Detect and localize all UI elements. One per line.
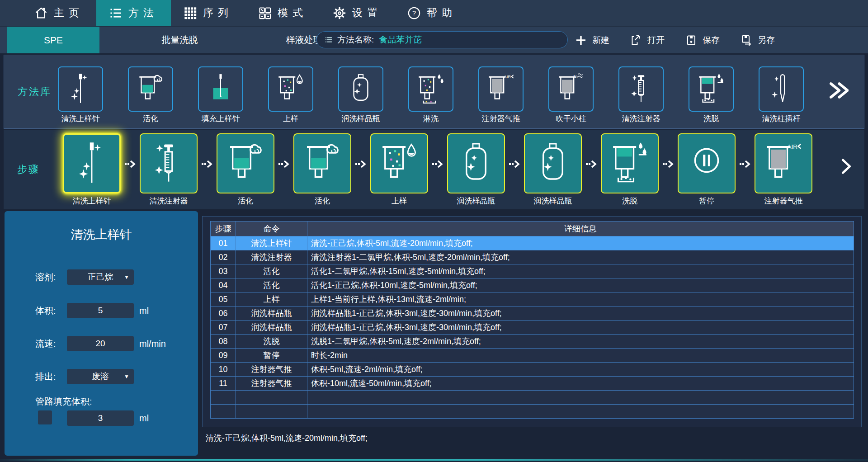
col-header-command: 命令 [236, 222, 307, 236]
library-title: 方法库 [18, 85, 52, 99]
library-card-wash-column-rod[interactable] [759, 66, 804, 112]
save-button[interactable]: 保存 [685, 34, 720, 46]
new-button[interactable]: 新建 [575, 34, 609, 46]
table-row[interactable]: 10注射器气推体积-5ml,流速-2ml/min,填充off; [211, 363, 854, 377]
step-card-rinse-sample-vial[interactable] [524, 133, 582, 193]
command-cell: 润洗样品瓶 [236, 321, 307, 335]
table-row[interactable]: 01清洗上样针清洗-正己烷,体积-5ml,流速-20ml/min,填充off; [211, 236, 854, 250]
detail-cell: 上样1-当前行上样,体积-13ml,流速-2ml/min; [307, 292, 854, 306]
step-item-label: 清洗注射器 [150, 196, 188, 206]
library-card-elute[interactable] [689, 66, 734, 112]
volume-input[interactable] [67, 303, 134, 318]
nav-item-help[interactable]: ?帮助 [395, 0, 469, 26]
steps-more-button[interactable] [841, 158, 852, 175]
open-button[interactable]: 打开 [630, 34, 665, 46]
detail-cell: 润洗样品瓶1-正己烷,体积-3ml,速度-30ml/min,填充off; [307, 321, 854, 335]
step-card-pause[interactable] [678, 133, 736, 193]
table-row[interactable]: 08洗脱洗脱1-二氯甲烷,体积-5ml,速度-2ml/min,填充off; [211, 335, 854, 349]
table-row[interactable]: 05上样上样1-当前行上样,体积-13ml,流速-2ml/min; [211, 292, 854, 306]
library-card-dry-column[interactable]: N₂ [548, 66, 594, 112]
flow-input[interactable] [67, 336, 134, 351]
tab-spe[interactable]: SPE [7, 27, 99, 53]
solvent-select[interactable]: 正己烷 ▼ [67, 269, 134, 285]
steps-panel: 步骤 清洗上样针清洗注射器活化活化上样润洗样品瓶润洗样品瓶洗脱暂停AIR注射器气… [4, 130, 864, 209]
step-card-elute[interactable] [601, 133, 659, 193]
library-card-fill-needle[interactable] [198, 66, 243, 112]
nav-item-settings[interactable]: 设置 [320, 0, 395, 26]
step-item-label: 上样 [392, 196, 407, 206]
step-card-activate[interactable] [217, 133, 274, 193]
step-number-cell: 10 [211, 363, 236, 377]
step-item-label: 清洗上样针 [73, 196, 111, 206]
library-card-load-sample[interactable] [268, 66, 313, 112]
library-item-wash-column-rod: 清洗柱插杆 [759, 66, 804, 124]
table-row[interactable]: 11注射器气推体积-10ml,流速-50ml/min,填充off; [211, 377, 854, 391]
nav-item-mode[interactable]: 模式 [245, 0, 320, 26]
method-toolbar: SPE 批量洗脱样液处理批量浓缩 方法名称: 新建打开保存另存 [0, 26, 868, 53]
tab-batch-elution[interactable]: 批量洗脱 [118, 27, 242, 53]
pipe-fill-input[interactable] [67, 410, 134, 426]
library-card-rinse[interactable] [408, 66, 453, 112]
library-card-activate[interactable] [128, 66, 173, 112]
table-row[interactable]: 03活化活化1-二氯甲烷,体积-15ml,速度-5ml/min,填充off; [211, 264, 854, 278]
library-item-wash-syringe: 清洗注射器 [618, 66, 664, 124]
table-row[interactable]: 09暂停时长-2min [211, 349, 854, 363]
detail-cell: 清洗-正己烷,体积-5ml,流速-20ml/min,填充off; [307, 236, 854, 250]
library-item-elute: 洗脱 [689, 66, 734, 124]
button-label: 另存 [758, 34, 775, 46]
needle-icon [67, 72, 94, 106]
table-row[interactable]: 04活化活化1-正己烷,体积-10ml,速度-5ml/min,填充off; [211, 278, 854, 292]
svg-text:AIR: AIR [788, 143, 798, 150]
step-card-load-sample[interactable] [370, 133, 428, 193]
table-row[interactable]: 02清洗注射器清洗注射器1-二氯甲烷,体积-5ml,速度-20ml/min,填充… [211, 250, 854, 264]
step-item-load-sample: 上样 [370, 133, 428, 206]
library-item-label: 淋洗 [423, 113, 439, 124]
column-rinse-icon [418, 72, 444, 106]
pipe-fill-unit: ml [139, 410, 149, 426]
step-card-activate[interactable] [293, 133, 351, 193]
save-icon [685, 34, 697, 46]
bottom-accent-line [0, 459, 868, 461]
table-row[interactable]: 07润洗样品瓶润洗样品瓶1-正己烷,体积-3ml,速度-30ml/min,填充o… [211, 321, 854, 335]
solvent-row: 溶剂: 正己烷 ▼ [5, 269, 198, 285]
chevron-right-icon [841, 158, 852, 175]
discharge-label: 排出: [35, 369, 56, 384]
volume-label: 体积: [35, 303, 56, 318]
step-card-wash-syringe[interactable] [140, 133, 198, 193]
library-card-wash-syringe[interactable] [618, 66, 664, 112]
library-more-button[interactable] [828, 81, 849, 99]
save-as-button[interactable]: 另存 [741, 34, 775, 46]
step-item-activate: 活化 [293, 133, 351, 206]
column-n2-icon: N₂ [558, 72, 584, 106]
step-item-wash-needle: 清洗上样针 [63, 133, 121, 206]
command-cell: 暂停 [236, 349, 307, 363]
help-icon: ? [407, 6, 421, 20]
method-name-input[interactable] [378, 34, 560, 45]
command-cell: 活化 [236, 264, 307, 278]
gear-icon [333, 6, 346, 20]
table-row[interactable]: 06润洗样品瓶润洗样品瓶1-正己烷,体积-3ml,速度-30ml/min,填充o… [211, 306, 854, 321]
library-card-syringe-air-push[interactable]: AIR [478, 66, 524, 112]
nav-item-label: 方法 [128, 6, 158, 20]
nav-item-sequence[interactable]: 序列 [171, 0, 245, 26]
detail-cell: 体积-10ml,流速-50ml/min,填充off; [307, 377, 854, 391]
nav-item-home[interactable]: 主页 [22, 0, 96, 26]
step-card-syringe-air-push[interactable]: AIR [755, 133, 812, 193]
discharge-select[interactable]: 废溶 ▼ [67, 369, 134, 384]
library-card-wash-needle[interactable] [58, 66, 103, 112]
step-card-wash-needle[interactable] [63, 133, 121, 193]
library-item-rinse-sample-vial: 润洗样品瓶 [338, 66, 383, 124]
method-library-panel: 方法库 清洗上样针活化填充上样针上样润洗样品瓶淋洗AIR注射器气推N₂吹干小柱清… [4, 55, 864, 129]
column-cloud-icon [227, 141, 264, 187]
detail-cell: 润洗样品瓶1-正己烷,体积-3ml,速度-30ml/min,填充off; [307, 306, 854, 321]
sequence-icon [184, 6, 197, 20]
method-name-field[interactable]: 方法名称: [316, 31, 568, 48]
library-items: 清洗上样针活化填充上样针上样润洗样品瓶淋洗AIR注射器气推N₂吹干小柱清洗注射器… [58, 66, 804, 124]
nav-item-method[interactable]: 方法 [96, 0, 171, 26]
step-number-cell: 06 [211, 306, 236, 321]
empty-cell [236, 405, 307, 419]
library-card-rinse-sample-vial[interactable] [338, 66, 383, 112]
step-card-rinse-sample-vial[interactable] [447, 133, 505, 193]
column-air-icon: AIR [488, 72, 514, 106]
step-item-label: 活化 [238, 196, 253, 206]
